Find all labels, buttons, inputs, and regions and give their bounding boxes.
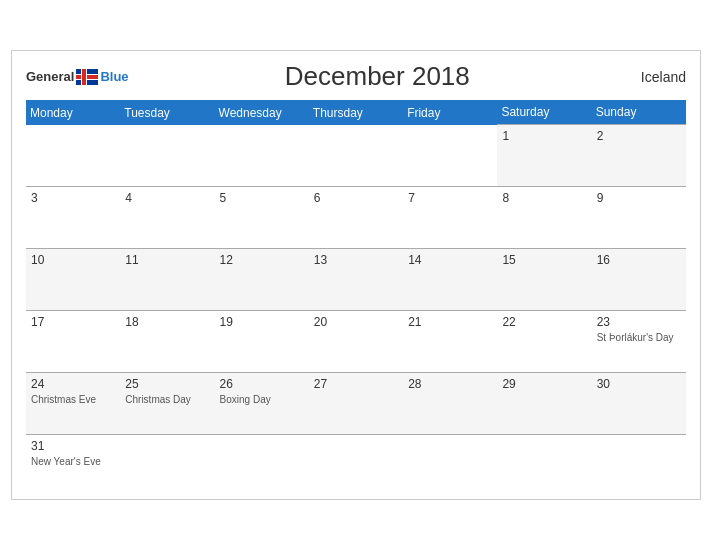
calendar-row-3: 10111213141516 bbox=[26, 249, 686, 311]
table-row bbox=[309, 435, 403, 485]
logo-general-text: General bbox=[26, 69, 74, 84]
table-row bbox=[592, 435, 686, 485]
day-number: 15 bbox=[502, 253, 586, 267]
logo-blue-text: Blue bbox=[100, 69, 128, 84]
day-number: 1 bbox=[502, 129, 586, 143]
table-row: 21 bbox=[403, 311, 497, 373]
table-row bbox=[215, 125, 309, 187]
day-number: 16 bbox=[597, 253, 681, 267]
event-label: Christmas Day bbox=[125, 393, 209, 406]
table-row: 11 bbox=[120, 249, 214, 311]
table-row: 1 bbox=[497, 125, 591, 187]
day-number: 10 bbox=[31, 253, 115, 267]
calendar-row-4: 17181920212223St Þorlákur's Day bbox=[26, 311, 686, 373]
col-wednesday: Wednesday bbox=[215, 100, 309, 125]
table-row: 27 bbox=[309, 373, 403, 435]
day-number: 21 bbox=[408, 315, 492, 329]
table-row bbox=[215, 435, 309, 485]
table-row: 22 bbox=[497, 311, 591, 373]
col-monday: Monday bbox=[26, 100, 120, 125]
day-number: 11 bbox=[125, 253, 209, 267]
table-row bbox=[120, 125, 214, 187]
day-number: 26 bbox=[220, 377, 304, 391]
event-label: Boxing Day bbox=[220, 393, 304, 406]
table-row: 26Boxing Day bbox=[215, 373, 309, 435]
day-number: 28 bbox=[408, 377, 492, 391]
day-number: 4 bbox=[125, 191, 209, 205]
table-row: 14 bbox=[403, 249, 497, 311]
day-number: 7 bbox=[408, 191, 492, 205]
table-row: 24Christmas Eve bbox=[26, 373, 120, 435]
col-tuesday: Tuesday bbox=[120, 100, 214, 125]
logo-flag-icon bbox=[76, 69, 98, 85]
col-saturday: Saturday bbox=[497, 100, 591, 125]
day-number: 20 bbox=[314, 315, 398, 329]
day-number: 24 bbox=[31, 377, 115, 391]
day-number: 2 bbox=[597, 129, 681, 143]
table-row: 15 bbox=[497, 249, 591, 311]
day-number: 17 bbox=[31, 315, 115, 329]
month-title: December 2018 bbox=[129, 61, 626, 92]
table-row: 2 bbox=[592, 125, 686, 187]
col-sunday: Sunday bbox=[592, 100, 686, 125]
day-number: 19 bbox=[220, 315, 304, 329]
table-row bbox=[309, 125, 403, 187]
table-row bbox=[497, 435, 591, 485]
table-row bbox=[403, 435, 497, 485]
day-number: 14 bbox=[408, 253, 492, 267]
day-number: 13 bbox=[314, 253, 398, 267]
calendar-row-2: 3456789 bbox=[26, 187, 686, 249]
calendar-row-1: 12 bbox=[26, 125, 686, 187]
day-number: 6 bbox=[314, 191, 398, 205]
svg-rect-4 bbox=[82, 69, 86, 85]
table-row bbox=[403, 125, 497, 187]
day-number: 5 bbox=[220, 191, 304, 205]
day-number: 3 bbox=[31, 191, 115, 205]
day-number: 25 bbox=[125, 377, 209, 391]
calendar-container: General Blue December 2018 Iceland Monda… bbox=[11, 50, 701, 500]
table-row: 28 bbox=[403, 373, 497, 435]
table-row: 29 bbox=[497, 373, 591, 435]
logo: General Blue bbox=[26, 69, 129, 85]
event-label: New Year's Eve bbox=[31, 455, 115, 468]
table-row: 20 bbox=[309, 311, 403, 373]
calendar-row-6: 31New Year's Eve bbox=[26, 435, 686, 485]
table-row: 5 bbox=[215, 187, 309, 249]
day-number: 22 bbox=[502, 315, 586, 329]
day-number: 30 bbox=[597, 377, 681, 391]
table-row: 23St Þorlákur's Day bbox=[592, 311, 686, 373]
table-row: 10 bbox=[26, 249, 120, 311]
day-number: 18 bbox=[125, 315, 209, 329]
day-number: 27 bbox=[314, 377, 398, 391]
table-row: 4 bbox=[120, 187, 214, 249]
table-row: 9 bbox=[592, 187, 686, 249]
calendar-table: Monday Tuesday Wednesday Thursday Friday… bbox=[26, 100, 686, 485]
country-label: Iceland bbox=[626, 69, 686, 85]
table-row: 6 bbox=[309, 187, 403, 249]
table-row: 16 bbox=[592, 249, 686, 311]
event-label: Christmas Eve bbox=[31, 393, 115, 406]
table-row: 12 bbox=[215, 249, 309, 311]
table-row: 3 bbox=[26, 187, 120, 249]
table-row bbox=[26, 125, 120, 187]
table-row: 8 bbox=[497, 187, 591, 249]
col-friday: Friday bbox=[403, 100, 497, 125]
header-row: Monday Tuesday Wednesday Thursday Friday… bbox=[26, 100, 686, 125]
table-row: 25Christmas Day bbox=[120, 373, 214, 435]
table-row: 7 bbox=[403, 187, 497, 249]
day-number: 23 bbox=[597, 315, 681, 329]
table-row: 17 bbox=[26, 311, 120, 373]
day-number: 9 bbox=[597, 191, 681, 205]
table-row: 31New Year's Eve bbox=[26, 435, 120, 485]
calendar-row-5: 24Christmas Eve25Christmas Day26Boxing D… bbox=[26, 373, 686, 435]
calendar-header: General Blue December 2018 Iceland bbox=[26, 61, 686, 92]
event-label: St Þorlákur's Day bbox=[597, 331, 681, 344]
table-row: 18 bbox=[120, 311, 214, 373]
col-thursday: Thursday bbox=[309, 100, 403, 125]
table-row bbox=[120, 435, 214, 485]
day-number: 8 bbox=[502, 191, 586, 205]
day-number: 31 bbox=[31, 439, 115, 453]
day-number: 12 bbox=[220, 253, 304, 267]
table-row: 13 bbox=[309, 249, 403, 311]
table-row: 19 bbox=[215, 311, 309, 373]
